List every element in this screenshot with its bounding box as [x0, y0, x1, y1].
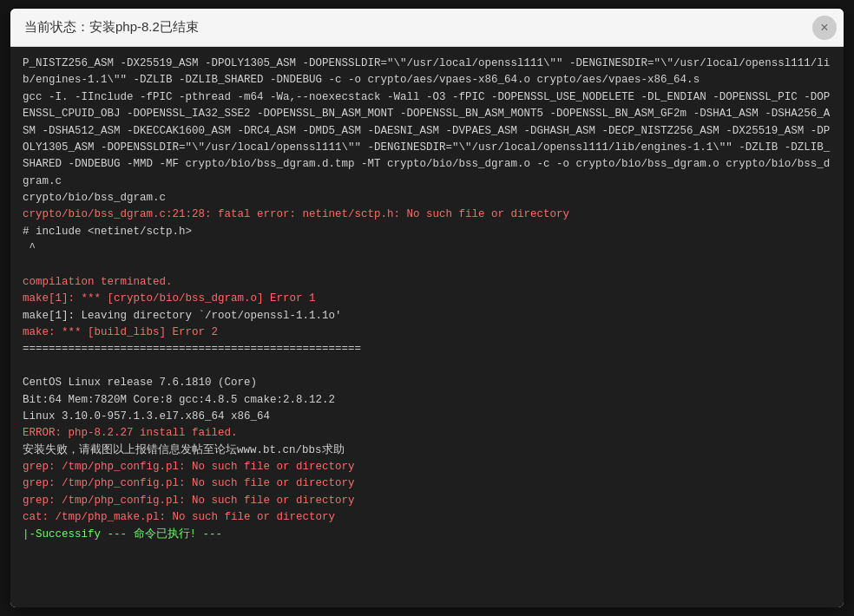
terminal-line: Linux 3.10.0-957.1.3.el7.x86_64 x86_64 [23, 410, 270, 423]
terminal-line: cat: /tmp/php_make.pl: No such file or d… [23, 511, 335, 523]
terminal-line: # include <netinet/sctp.h> [23, 226, 192, 238]
terminal-line: make: *** [build_libs] Error 2 [23, 326, 218, 338]
terminal-line: grep: /tmp/php_config.pl: No such file o… [23, 461, 355, 473]
modal-dialog: 当前状态：安装php-8.2已结束 × P_NISTZ256_ASM -DX25… [10, 9, 844, 607]
terminal-line: |-Successify --- 命令已执行! --- [23, 528, 222, 541]
terminal-line: crypto/bio/bss_dgram.c [23, 192, 166, 204]
terminal-line: ========================================… [23, 343, 361, 355]
terminal-line: make[1]: *** [crypto/bio/bss_dgram.o] Er… [23, 292, 316, 305]
terminal-line: compilation terminated. [23, 276, 173, 288]
close-button[interactable]: × [812, 16, 837, 40]
terminal-line: ERROR: php-8.2.27 install failed. [23, 427, 238, 439]
terminal-content: P_NISTZ256_ASM -DX25519_ASM -DPOLY1305_A… [23, 56, 831, 543]
terminal-line: grep: /tmp/php_config.pl: No such file o… [23, 495, 355, 507]
terminal-line: gcc -I. -IInclude -fPIC -pthread -m64 -W… [23, 91, 830, 187]
terminal-line: Bit:64 Mem:7820M Core:8 gcc:4.8.5 cmake:… [23, 394, 335, 406]
terminal-line: grep: /tmp/php_config.pl: No such file o… [23, 477, 355, 489]
terminal-line: P_NISTZ256_ASM -DX25519_ASM -DPOLY1305_A… [23, 57, 830, 86]
modal-overlay: 当前状态：安装php-8.2已结束 × P_NISTZ256_ASM -DX25… [0, 0, 854, 616]
terminal-line: CentOS Linux release 7.6.1810 (Core) [23, 377, 257, 389]
terminal-line: crypto/bio/bss_dgram.c:21:28: fatal erro… [23, 208, 569, 220]
modal-header: 当前状态：安装php-8.2已结束 × [10, 9, 844, 47]
terminal-output: P_NISTZ256_ASM -DX25519_ASM -DPOLY1305_A… [10, 47, 844, 607]
modal-title: 当前状态：安装php-8.2已结束 [24, 19, 199, 36]
terminal-line: 安装失败，请截图以上报错信息发帖至论坛www.bt.cn/bbs求助 [23, 444, 345, 456]
terminal-line: make[1]: Leaving directory `/root/openss… [23, 310, 342, 322]
terminal-line: ^ [23, 242, 36, 254]
